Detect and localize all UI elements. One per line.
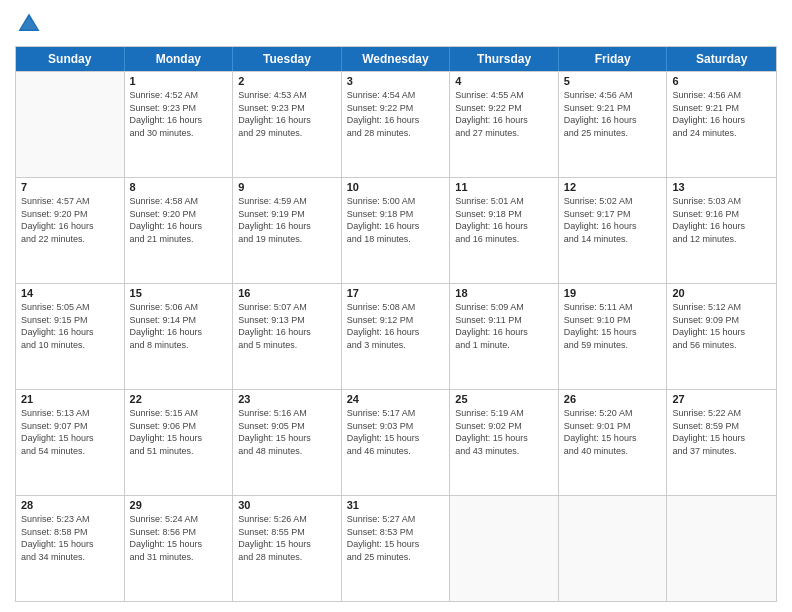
day-cell-19: 19Sunrise: 5:11 AM Sunset: 9:10 PM Dayli… xyxy=(559,284,668,389)
day-info: Sunrise: 5:24 AM Sunset: 8:56 PM Dayligh… xyxy=(130,513,228,563)
header xyxy=(15,10,777,38)
day-cell-27: 27Sunrise: 5:22 AM Sunset: 8:59 PM Dayli… xyxy=(667,390,776,495)
week-row-4: 21Sunrise: 5:13 AM Sunset: 9:07 PM Dayli… xyxy=(16,389,776,495)
empty-cell xyxy=(559,496,668,601)
day-info: Sunrise: 5:12 AM Sunset: 9:09 PM Dayligh… xyxy=(672,301,771,351)
logo-icon xyxy=(15,10,43,38)
day-info: Sunrise: 5:17 AM Sunset: 9:03 PM Dayligh… xyxy=(347,407,445,457)
day-info: Sunrise: 5:07 AM Sunset: 9:13 PM Dayligh… xyxy=(238,301,336,351)
day-cell-22: 22Sunrise: 5:15 AM Sunset: 9:06 PM Dayli… xyxy=(125,390,234,495)
day-number: 17 xyxy=(347,287,445,299)
day-info: Sunrise: 4:59 AM Sunset: 9:19 PM Dayligh… xyxy=(238,195,336,245)
day-number: 6 xyxy=(672,75,771,87)
header-cell-tuesday: Tuesday xyxy=(233,47,342,71)
day-number: 9 xyxy=(238,181,336,193)
day-info: Sunrise: 5:00 AM Sunset: 9:18 PM Dayligh… xyxy=(347,195,445,245)
header-cell-friday: Friday xyxy=(559,47,668,71)
week-row-5: 28Sunrise: 5:23 AM Sunset: 8:58 PM Dayli… xyxy=(16,495,776,601)
empty-cell xyxy=(450,496,559,601)
week-row-2: 7Sunrise: 4:57 AM Sunset: 9:20 PM Daylig… xyxy=(16,177,776,283)
day-cell-14: 14Sunrise: 5:05 AM Sunset: 9:15 PM Dayli… xyxy=(16,284,125,389)
day-info: Sunrise: 4:53 AM Sunset: 9:23 PM Dayligh… xyxy=(238,89,336,139)
day-number: 29 xyxy=(130,499,228,511)
day-info: Sunrise: 5:27 AM Sunset: 8:53 PM Dayligh… xyxy=(347,513,445,563)
day-info: Sunrise: 4:54 AM Sunset: 9:22 PM Dayligh… xyxy=(347,89,445,139)
day-info: Sunrise: 5:23 AM Sunset: 8:58 PM Dayligh… xyxy=(21,513,119,563)
day-cell-9: 9Sunrise: 4:59 AM Sunset: 9:19 PM Daylig… xyxy=(233,178,342,283)
empty-cell xyxy=(667,496,776,601)
day-number: 23 xyxy=(238,393,336,405)
day-info: Sunrise: 5:09 AM Sunset: 9:11 PM Dayligh… xyxy=(455,301,553,351)
day-cell-10: 10Sunrise: 5:00 AM Sunset: 9:18 PM Dayli… xyxy=(342,178,451,283)
logo xyxy=(15,10,47,38)
day-number: 11 xyxy=(455,181,553,193)
day-cell-18: 18Sunrise: 5:09 AM Sunset: 9:11 PM Dayli… xyxy=(450,284,559,389)
day-cell-21: 21Sunrise: 5:13 AM Sunset: 9:07 PM Dayli… xyxy=(16,390,125,495)
day-number: 3 xyxy=(347,75,445,87)
day-cell-26: 26Sunrise: 5:20 AM Sunset: 9:01 PM Dayli… xyxy=(559,390,668,495)
day-info: Sunrise: 4:56 AM Sunset: 9:21 PM Dayligh… xyxy=(564,89,662,139)
day-info: Sunrise: 5:11 AM Sunset: 9:10 PM Dayligh… xyxy=(564,301,662,351)
day-cell-1: 1Sunrise: 4:52 AM Sunset: 9:23 PM Daylig… xyxy=(125,72,234,177)
header-cell-monday: Monday xyxy=(125,47,234,71)
day-info: Sunrise: 4:58 AM Sunset: 9:20 PM Dayligh… xyxy=(130,195,228,245)
day-info: Sunrise: 5:05 AM Sunset: 9:15 PM Dayligh… xyxy=(21,301,119,351)
day-number: 15 xyxy=(130,287,228,299)
day-cell-8: 8Sunrise: 4:58 AM Sunset: 9:20 PM Daylig… xyxy=(125,178,234,283)
day-info: Sunrise: 5:13 AM Sunset: 9:07 PM Dayligh… xyxy=(21,407,119,457)
header-cell-thursday: Thursday xyxy=(450,47,559,71)
day-info: Sunrise: 5:22 AM Sunset: 8:59 PM Dayligh… xyxy=(672,407,771,457)
day-number: 19 xyxy=(564,287,662,299)
day-cell-3: 3Sunrise: 4:54 AM Sunset: 9:22 PM Daylig… xyxy=(342,72,451,177)
day-info: Sunrise: 5:26 AM Sunset: 8:55 PM Dayligh… xyxy=(238,513,336,563)
header-cell-saturday: Saturday xyxy=(667,47,776,71)
day-number: 27 xyxy=(672,393,771,405)
day-number: 14 xyxy=(21,287,119,299)
day-number: 31 xyxy=(347,499,445,511)
day-number: 18 xyxy=(455,287,553,299)
day-number: 2 xyxy=(238,75,336,87)
day-number: 22 xyxy=(130,393,228,405)
day-cell-2: 2Sunrise: 4:53 AM Sunset: 9:23 PM Daylig… xyxy=(233,72,342,177)
day-cell-30: 30Sunrise: 5:26 AM Sunset: 8:55 PM Dayli… xyxy=(233,496,342,601)
day-cell-17: 17Sunrise: 5:08 AM Sunset: 9:12 PM Dayli… xyxy=(342,284,451,389)
header-cell-sunday: Sunday xyxy=(16,47,125,71)
week-row-1: 1Sunrise: 4:52 AM Sunset: 9:23 PM Daylig… xyxy=(16,71,776,177)
day-info: Sunrise: 5:02 AM Sunset: 9:17 PM Dayligh… xyxy=(564,195,662,245)
day-number: 25 xyxy=(455,393,553,405)
day-number: 5 xyxy=(564,75,662,87)
day-info: Sunrise: 4:57 AM Sunset: 9:20 PM Dayligh… xyxy=(21,195,119,245)
empty-cell xyxy=(16,72,125,177)
day-cell-23: 23Sunrise: 5:16 AM Sunset: 9:05 PM Dayli… xyxy=(233,390,342,495)
day-cell-13: 13Sunrise: 5:03 AM Sunset: 9:16 PM Dayli… xyxy=(667,178,776,283)
day-number: 30 xyxy=(238,499,336,511)
day-info: Sunrise: 5:06 AM Sunset: 9:14 PM Dayligh… xyxy=(130,301,228,351)
day-cell-7: 7Sunrise: 4:57 AM Sunset: 9:20 PM Daylig… xyxy=(16,178,125,283)
day-info: Sunrise: 4:56 AM Sunset: 9:21 PM Dayligh… xyxy=(672,89,771,139)
day-info: Sunrise: 5:16 AM Sunset: 9:05 PM Dayligh… xyxy=(238,407,336,457)
day-number: 1 xyxy=(130,75,228,87)
day-number: 4 xyxy=(455,75,553,87)
day-number: 12 xyxy=(564,181,662,193)
day-number: 10 xyxy=(347,181,445,193)
calendar: SundayMondayTuesdayWednesdayThursdayFrid… xyxy=(15,46,777,602)
day-cell-15: 15Sunrise: 5:06 AM Sunset: 9:14 PM Dayli… xyxy=(125,284,234,389)
day-cell-25: 25Sunrise: 5:19 AM Sunset: 9:02 PM Dayli… xyxy=(450,390,559,495)
day-number: 7 xyxy=(21,181,119,193)
day-cell-28: 28Sunrise: 5:23 AM Sunset: 8:58 PM Dayli… xyxy=(16,496,125,601)
day-number: 16 xyxy=(238,287,336,299)
day-number: 20 xyxy=(672,287,771,299)
day-cell-24: 24Sunrise: 5:17 AM Sunset: 9:03 PM Dayli… xyxy=(342,390,451,495)
day-info: Sunrise: 5:08 AM Sunset: 9:12 PM Dayligh… xyxy=(347,301,445,351)
calendar-header: SundayMondayTuesdayWednesdayThursdayFrid… xyxy=(16,47,776,71)
day-number: 28 xyxy=(21,499,119,511)
day-number: 8 xyxy=(130,181,228,193)
day-info: Sunrise: 5:15 AM Sunset: 9:06 PM Dayligh… xyxy=(130,407,228,457)
day-number: 21 xyxy=(21,393,119,405)
day-cell-4: 4Sunrise: 4:55 AM Sunset: 9:22 PM Daylig… xyxy=(450,72,559,177)
day-cell-5: 5Sunrise: 4:56 AM Sunset: 9:21 PM Daylig… xyxy=(559,72,668,177)
day-info: Sunrise: 5:20 AM Sunset: 9:01 PM Dayligh… xyxy=(564,407,662,457)
day-cell-20: 20Sunrise: 5:12 AM Sunset: 9:09 PM Dayli… xyxy=(667,284,776,389)
day-number: 24 xyxy=(347,393,445,405)
day-info: Sunrise: 5:01 AM Sunset: 9:18 PM Dayligh… xyxy=(455,195,553,245)
